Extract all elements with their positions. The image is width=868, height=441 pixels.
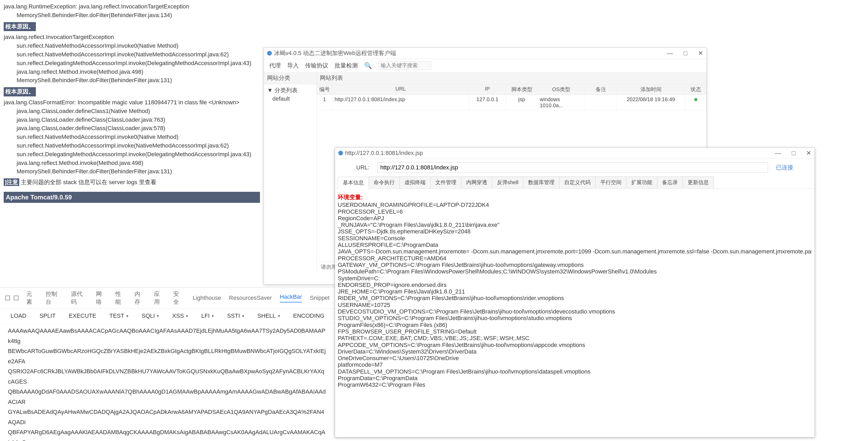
tab-memo[interactable]: 备忘录 [657,176,683,189]
col-note[interactable]: 备注 [585,84,617,95]
encoded-content[interactable]: AAAAwAAQAAAAEAawBsAAAACACpAGcAAQBoAAACIg… [0,323,335,441]
hb-test[interactable]: TEST ▾ [110,312,128,319]
tab-basic[interactable]: 基本信息 [338,177,369,189]
dt-console[interactable]: 控制台 [45,290,63,306]
col-type[interactable]: 脚本类型 [506,84,538,95]
hb-shell[interactable]: SHELL ▾ [257,312,280,319]
hb-lfi[interactable]: LFI ▾ [201,312,214,319]
env-line: USERNAME=10725 [338,302,812,308]
dt-rsaver[interactable]: ResourcesSaver [229,295,272,301]
toolbar: 代理 导入 传输协议 批量检测 🔍 [264,59,706,72]
env-line: DATASPELL_VM_OPTIONS=C:\Program Files\Je… [338,368,812,375]
dt-memory[interactable]: 内存 [134,290,146,306]
menu-proxy[interactable]: 代理 [269,62,281,70]
shell-detail-window: http://127.0.0.1:8081/index.jsp — □ ✕ UR… [335,147,815,437]
hb-execute[interactable]: EXECUTE [69,312,96,319]
maximize-icon[interactable]: □ [684,49,688,57]
sidebar-header: 网站分类 [264,72,316,84]
menu-import[interactable]: 导入 [287,62,299,70]
app-icon [338,151,343,156]
hb-ssti[interactable]: SSTI ▾ [227,312,244,319]
dt-performance[interactable]: 性能 [115,290,127,306]
menu-protocol[interactable]: 传输协议 [305,62,328,70]
env-line: APPCODE_VM_OPTIONS=C:\Program Files\JetB… [338,342,812,348]
device-icon[interactable] [14,296,19,300]
dt-hackbar[interactable]: HackBar [280,294,302,302]
env-line: ProgramData=C:\ProgramData [338,375,812,381]
tab-parallel[interactable]: 平行空间 [595,176,626,189]
env-line: DEVECOSTUDIO_VM_OPTIONS=C:\Program Files… [338,308,812,315]
url-label: URL: [356,164,369,171]
env-line: RIDER_VM_OPTIONS=C:\Program Files\JetBra… [338,295,812,301]
status-dot-icon [694,98,698,101]
stack-3: java.lang.ClassFormatError: Incompatible… [4,99,260,176]
env-line: ALLUSERSPROFILE=C:\ProgramData [338,242,812,248]
shell-titlebar[interactable]: http://127.0.0.1:8081/index.jsp — □ ✕ [335,148,814,159]
maximize-icon[interactable]: □ [792,149,796,157]
col-ip[interactable]: IP [469,84,506,95]
tab-custom[interactable]: 自定义代码 [559,176,596,189]
env-line: PATHEXT=.COM;.EXE;.BAT;.CMD;.VBS;.VBE;.J… [338,335,812,341]
caret-down-icon: ▾ [126,313,128,318]
app-icon [267,51,272,56]
env-line: PROCESSOR_LEVEL=6 [338,208,812,215]
hb-encoding[interactable]: ENCODING [293,312,324,319]
shell-window-title: http://127.0.0.1:8081/index.jsp [345,149,423,157]
dt-snippet[interactable]: Snippet [310,295,330,301]
env-line: GATEWAY_VM_OPTIONS=C:\Program Files\JetB… [338,262,812,268]
env-line: DriverData=C:\Windows\System32\Drivers\D… [338,348,812,355]
tab-vterm[interactable]: 虚拟终端 [399,176,431,189]
tree-default[interactable]: default [267,94,313,103]
inspect-icon[interactable] [5,296,10,300]
env-line: SystemDrive=C: [338,275,812,282]
tree-root[interactable]: ▼ 分类列表 [267,87,313,94]
window-title: 冰蝎v4.0.5 动态二进制加密Web远程管理客户端 [274,49,396,57]
table-row[interactable]: 1 http://127.0.0.1:8081/index.jsp 127.0.… [317,95,706,110]
hb-split[interactable]: SPLIT [39,312,56,319]
env-line: PSModulePath=C:\Program Files\WindowsPow… [338,268,812,275]
stack-1: java.lang.RuntimeException: java.lang.re… [4,3,260,20]
hb-xss[interactable]: XSS ▾ [172,312,188,319]
env-line: SESSIONNAME=Console [338,235,812,242]
col-time[interactable]: 添加时间 [617,84,685,95]
tab-db[interactable]: 数据库管理 [523,176,559,189]
window-titlebar[interactable]: 冰蝎v4.0.5 动态二进制加密Web远程管理客户端 — □ ✕ [264,48,706,59]
tab-file[interactable]: 文件管理 [430,176,461,189]
close-icon[interactable]: ✕ [698,49,703,57]
tab-ext[interactable]: 扩展功能 [626,176,657,189]
col-status[interactable]: 状态 [685,84,706,95]
devtools-tabs: 元素 控制台 源代码 网络 性能 内存 应用 安全 Lighthouse Res… [0,287,335,309]
hb-load[interactable]: LOAD [10,312,26,319]
hb-sqli[interactable]: SQLI ▾ [142,312,159,319]
tab-revshell[interactable]: 反弹shell [492,176,523,189]
table-header: 编号 URL IP 脚本类型 OS类型 备注 添加时间 状态 [317,84,706,95]
env-line: USERDOMAIN_ROAMINGPROFILE=LAPTOP-D722JDK… [338,202,812,208]
env-line: JAVA_OPTS=-Dcom.sun.management.jmxremote… [338,248,812,255]
tab-cmd[interactable]: 命令执行 [369,176,400,189]
dt-elements[interactable]: 元素 [26,290,38,306]
env-line: ProgramFiles(x86)=C:\Program Files (x86) [338,322,812,328]
dt-sources[interactable]: 源代码 [71,290,88,306]
close-icon[interactable]: ✕ [806,149,811,157]
dt-lighthouse[interactable]: Lighthouse [193,295,221,301]
dt-network[interactable]: 网络 [96,290,107,306]
minimize-icon[interactable]: — [775,149,781,157]
url-input[interactable] [377,162,768,173]
dt-application[interactable]: 应用 [154,290,165,306]
col-url[interactable]: URL [333,84,469,95]
env-line: _RUNJAVA="C:\Program Files\Java\jdk1.8.0… [338,222,812,228]
connection-status: 已连接 [776,164,794,171]
col-os[interactable]: OS类型 [538,84,585,95]
caret-down-icon: ▾ [186,313,188,318]
col-id[interactable]: 编号 [317,84,333,95]
root-cause-label-2: 根本原因。 [4,87,36,96]
search-icon[interactable]: 🔍 [364,62,372,69]
search-input[interactable] [378,61,431,70]
devtools-panel: 元素 控制台 源代码 网络 性能 内存 应用 安全 Lighthouse Res… [0,287,335,441]
tab-intranet[interactable]: 内网穿透 [461,176,492,189]
tab-update[interactable]: 更新信息 [683,176,714,189]
note-line: )注意 主要问题的全部 stack 信息可以在 server logs 里查看 [4,178,260,186]
dt-security[interactable]: 安全 [173,290,185,306]
minimize-icon[interactable]: — [667,49,673,57]
menu-batch[interactable]: 批量检测 [335,62,358,70]
